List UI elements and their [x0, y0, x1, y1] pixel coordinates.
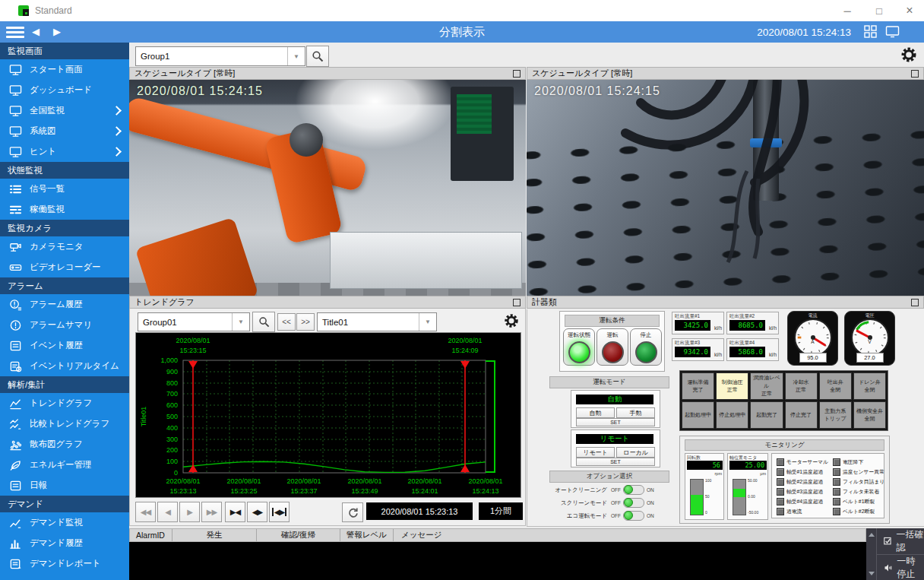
svg-text:2020/08/01: 2020/08/01	[407, 477, 441, 485]
display-icon[interactable]	[885, 25, 900, 38]
sidebar-item-start-screen[interactable]: スタート画面	[0, 59, 129, 80]
status-cell: 主動力系トリップ	[819, 401, 852, 429]
status-cell: ドレン弁全閉	[853, 372, 886, 400]
remote-button[interactable]: リモート	[576, 447, 615, 458]
close-button[interactable]: ×	[897, 0, 922, 21]
status-cell: 運転準備完了	[682, 372, 714, 400]
shaft-value-display: 25.00	[729, 461, 767, 470]
step-back-button[interactable]: ◀	[157, 502, 178, 522]
sidebar-item-dashboard[interactable]: ダッシュボード	[0, 80, 129, 100]
set-button[interactable]: SET	[576, 418, 655, 426]
sidebar-item-signal-list[interactable]: 信号一覧	[0, 179, 129, 199]
auto-button[interactable]: 自動	[576, 407, 615, 418]
sidebar-item-compare-trend-graph[interactable]: 比較トレンドグラフ	[0, 414, 129, 434]
svg-text:15:24:09: 15:24:09	[451, 347, 478, 354]
sidebar-item-demand-report[interactable]: デマンドレポート	[0, 553, 129, 574]
alarm-scrollbar[interactable]	[866, 528, 877, 580]
set-button[interactable]: SET	[576, 458, 655, 466]
sidebar-item-system-diagram[interactable]: 系統図	[0, 121, 129, 141]
app-icon	[18, 5, 29, 16]
svg-text:15:23:15: 15:23:15	[179, 347, 206, 354]
manual-button[interactable]: 手動	[616, 407, 655, 418]
indicator: 温度センサー異常	[833, 467, 883, 477]
sidebar-item-video-recorder[interactable]: ビデオレコーダー	[0, 257, 129, 277]
sidebar-item-nationwide-monitor[interactable]: 全国監視	[0, 100, 129, 121]
svg-text:15:23:13: 15:23:13	[169, 487, 196, 495]
svg-text:15:23:37: 15:23:37	[290, 487, 317, 495]
monitoring-box: モニタリング 回転数 56 rpm 100 50 0 軸位置モニタ 25.00 …	[679, 436, 890, 524]
sidebar-item-event-realtime[interactable]: イベントリアルタイム	[0, 356, 129, 376]
status-cell: 停止処理中	[716, 401, 748, 429]
next-title-button[interactable]: >>	[296, 313, 315, 331]
svg-text:300: 300	[166, 436, 178, 443]
scroll-up-icon[interactable]	[869, 533, 875, 537]
status-grid: 運転準備完了 制御油圧正常 潤滑油レベル正常 冷却水正常 吐出弁全閉 ドレン弁全…	[679, 370, 888, 431]
jump-first-button[interactable]: ◀◀	[135, 502, 156, 522]
sidebar-item-operation-monitor[interactable]: 稼働監視	[0, 199, 129, 220]
trend-settings-gear-icon[interactable]	[503, 312, 520, 329]
toggle-switch[interactable]	[623, 498, 644, 508]
jump-last-button[interactable]: ▶▶	[201, 502, 222, 522]
sidebar-item-demand-history[interactable]: デマンド履歴	[0, 533, 129, 553]
sidebar-item-alarm-history[interactable]: アラーム履歴	[0, 294, 129, 315]
sidebar-item-trend-graph[interactable]: トレンドグラフ	[0, 393, 129, 414]
minimize-button[interactable]: ─	[834, 0, 860, 21]
shaft-bar-gauge	[733, 479, 746, 515]
maximize-icon[interactable]	[911, 70, 919, 78]
sidebar-item-event-history[interactable]: イベント履歴	[0, 335, 129, 356]
settings-gear-icon[interactable]	[900, 46, 918, 64]
local-button[interactable]: ローカル	[616, 447, 655, 458]
sidebar-item-alarm-summary[interactable]: アラームサマリ	[0, 315, 129, 335]
prev-title-button[interactable]: <<	[277, 313, 296, 331]
scroll-down-icon[interactable]	[869, 572, 875, 575]
alarm-summary-icon	[9, 319, 22, 331]
ack-all-button[interactable]: 一括確認	[877, 528, 924, 554]
window-title: Standard	[35, 5, 72, 16]
chevron-down-icon[interactable]: ▼	[232, 313, 249, 331]
search-icon	[312, 50, 324, 62]
svg-text:2020/08/01: 2020/08/01	[176, 337, 210, 344]
maximize-button[interactable]: □	[866, 0, 892, 21]
status-cell: 起動処理中	[682, 401, 714, 429]
toggle-switch[interactable]	[623, 485, 644, 495]
chevron-down-icon[interactable]: ▼	[419, 313, 436, 331]
split-layout-icon[interactable]	[864, 25, 877, 38]
refresh-button[interactable]	[342, 502, 363, 522]
pause-sound-button[interactable]: 一時停止	[877, 554, 924, 580]
trend-group-select[interactable]: Group01 ▼	[138, 312, 250, 331]
sidebar-item-hint[interactable]: ヒント	[0, 141, 129, 162]
sidebar-item-energy-management[interactable]: エネルギー管理	[0, 455, 129, 475]
svg-text:15:24:01: 15:24:01	[411, 487, 438, 495]
flow-display-4: 吐出流量#45868.0kl/h	[726, 338, 779, 361]
maximize-icon[interactable]	[911, 299, 919, 306]
trend-title-select[interactable]: Title01 ▼	[317, 312, 437, 331]
search-button[interactable]	[306, 46, 329, 67]
full-range-button[interactable]: ◀▶	[269, 502, 290, 522]
indicator: 軸受#1温度超過	[777, 467, 827, 477]
step-forward-button[interactable]: ▶	[179, 502, 200, 522]
group-select[interactable]: Group1 ▼	[135, 46, 305, 66]
instruments-panel-header: 計器類	[527, 296, 924, 309]
camera-right-image	[527, 80, 924, 296]
trend-panel-header: トレンドグラフ	[129, 296, 526, 309]
zoom-in-time-button[interactable]: ▶◀	[225, 502, 245, 522]
zoom-out-time-button[interactable]: ◀▶	[247, 502, 267, 522]
toggle-switch[interactable]	[623, 511, 644, 521]
svg-text:400: 400	[166, 424, 178, 432]
sidebar-item-camera-monitor[interactable]: カメラモニタ	[0, 236, 129, 257]
trend-search-button[interactable]	[252, 312, 275, 332]
maximize-icon[interactable]	[513, 70, 521, 78]
video-recorder-icon	[9, 261, 22, 274]
svg-text:900: 900	[166, 368, 178, 376]
monitor-icon	[9, 125, 22, 138]
sidebar-item-scatter-graph[interactable]: 散布図グラフ	[0, 434, 129, 455]
sidebar-item-daily-report[interactable]: 日報	[0, 475, 129, 496]
sidebar-item-demand-monitor[interactable]: デマンド監視	[0, 512, 129, 533]
maximize-icon[interactable]	[513, 299, 521, 306]
chevron-down-icon[interactable]: ▼	[287, 47, 305, 65]
gauge-value: 27.0	[856, 353, 884, 363]
scatter-icon	[9, 439, 22, 451]
svg-text:200: 200	[166, 446, 178, 454]
status-cell: 制御油圧正常	[716, 372, 748, 400]
camera-left-header: スケジュールタイプ [常時]	[129, 67, 526, 80]
